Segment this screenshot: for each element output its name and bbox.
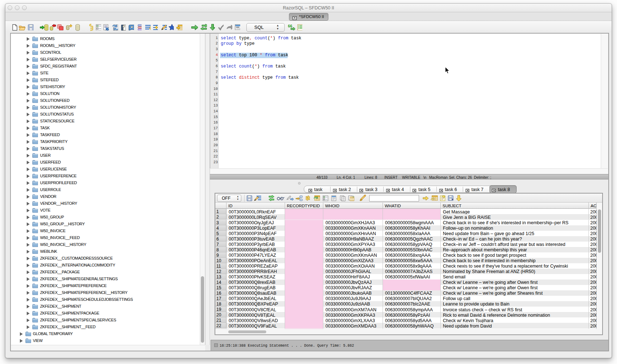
svg-text:66: 66: [288, 24, 292, 28]
